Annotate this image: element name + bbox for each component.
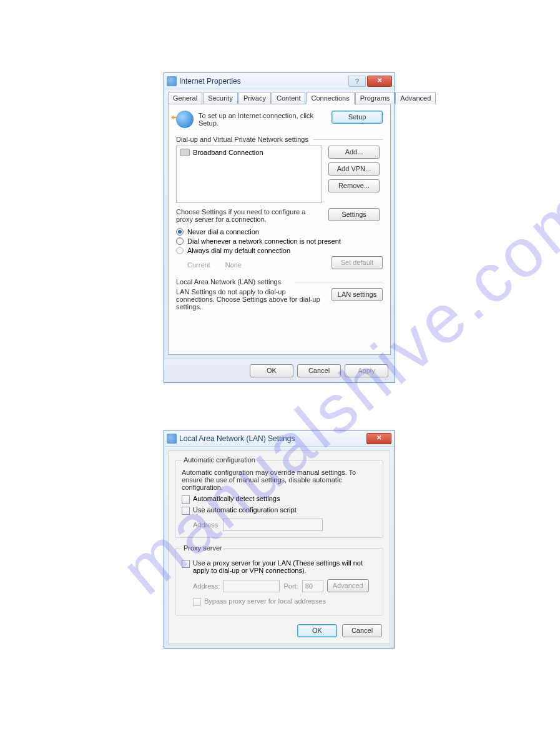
cancel-button[interactable]: Cancel: [342, 624, 382, 637]
internet-icon: [167, 76, 177, 86]
add-vpn-button[interactable]: Add VPN...: [328, 162, 380, 176]
radio-icon: [176, 228, 184, 236]
settings-button[interactable]: Settings: [328, 208, 380, 221]
checkbox-label: Bypass proxy server for local addresses: [204, 597, 326, 605]
internet-icon: [167, 434, 177, 444]
checkbox-use-proxy[interactable]: Use a proxy server for your LAN (These s…: [182, 559, 376, 574]
set-default-button[interactable]: Set default: [332, 256, 383, 269]
group-legend: Proxy server: [182, 544, 224, 552]
tab-strip: General Security Privacy Content Connect…: [164, 89, 395, 104]
cancel-button[interactable]: Cancel: [297, 364, 341, 377]
connection-name: Broadband Connection: [193, 149, 263, 156]
radio-always-dial[interactable]: Always dial my default connection: [176, 247, 383, 254]
ok-button[interactable]: OK: [297, 624, 337, 637]
apply-button[interactable]: Apply: [345, 364, 388, 377]
address-input[interactable]: [223, 519, 323, 531]
radio-icon: [176, 247, 184, 254]
tab-security[interactable]: Security: [203, 92, 238, 104]
window-title: Local Area Network (LAN) Settings: [179, 434, 366, 443]
dialog-footer: OK Cancel Apply: [164, 359, 395, 382]
dialog-footer: OK Cancel: [175, 622, 383, 639]
auto-config-group: Automatic configuration Automatic config…: [175, 456, 383, 538]
radio-dial-whenever[interactable]: Dial whenever a network connection is no…: [176, 237, 383, 245]
globe-icon: [176, 111, 194, 128]
checkbox-icon: [182, 560, 190, 568]
tab-content[interactable]: Content: [272, 92, 306, 104]
radio-label: Dial whenever a network connection is no…: [187, 237, 341, 245]
checkbox-auto-detect[interactable]: Automatically detect settings: [182, 495, 376, 504]
address-label: Address: [193, 521, 218, 529]
titlebar: Internet Properties ? ✕: [164, 73, 395, 89]
lan-settings-button[interactable]: LAN settings: [332, 288, 383, 301]
checkbox-icon: [182, 507, 190, 515]
radio-label: Never dial a connection: [187, 228, 259, 236]
help-button[interactable]: ?: [348, 76, 366, 87]
auto-config-desc: Automatic configuration may override man…: [182, 469, 376, 491]
checkbox-label: Use automatic configuration script: [193, 506, 297, 514]
tab-advanced[interactable]: Advanced: [395, 92, 436, 104]
titlebar: Local Area Network (LAN) Settings ✕: [164, 430, 394, 447]
lan-text: LAN Settings do not apply to dial-up con…: [176, 288, 325, 311]
ok-button[interactable]: OK: [250, 364, 293, 377]
port-input[interactable]: 80: [302, 580, 323, 592]
tab-privacy[interactable]: Privacy: [238, 92, 271, 104]
tab-panel: To set up an Internet connection, click …: [168, 104, 391, 355]
choose-settings-text: Choose Settings if you need to configure…: [176, 208, 322, 223]
radio-never-dial[interactable]: Never dial a connection: [176, 228, 383, 236]
tab-connections[interactable]: Connections: [306, 92, 354, 104]
close-button[interactable]: ✕: [367, 76, 392, 87]
add-button[interactable]: Add...: [328, 146, 380, 159]
checkbox-auto-script[interactable]: Use automatic configuration script: [182, 506, 376, 515]
modem-icon: [180, 149, 190, 156]
group-legend: Automatic configuration: [182, 456, 257, 464]
current-value: None: [225, 261, 242, 269]
dialog-body: Automatic configuration Automatic config…: [168, 450, 390, 644]
dialup-section-label: Dial-up and Virtual Private Network sett…: [176, 136, 383, 143]
lan-settings-dialog: Local Area Network (LAN) Settings ✕ Auto…: [164, 430, 395, 649]
radio-icon: [176, 237, 184, 245]
advanced-button[interactable]: Advanced: [327, 579, 369, 592]
radio-label: Always dial my default connection: [187, 247, 290, 254]
tab-programs[interactable]: Programs: [355, 92, 395, 104]
setup-button[interactable]: Setup: [332, 111, 383, 124]
checkbox-icon: [193, 598, 201, 606]
setup-text: To set up an Internet connection, click …: [199, 111, 327, 127]
list-item[interactable]: Broadband Connection: [179, 148, 320, 157]
checkbox-icon: [182, 495, 190, 504]
checkbox-label: Use a proxy server for your LAN (These s…: [193, 559, 376, 574]
tab-general[interactable]: General: [168, 92, 202, 104]
lan-section-label: Local Area Network (LAN) settings: [176, 278, 383, 286]
proxy-address-label: Address:: [193, 582, 220, 590]
checkbox-label: Automatically detect settings: [193, 495, 280, 502]
remove-button[interactable]: Remove...: [328, 179, 380, 192]
current-label: Current: [187, 261, 210, 269]
window-title: Internet Properties: [179, 77, 348, 86]
checkbox-bypass-local[interactable]: Bypass proxy server for local addresses: [193, 597, 376, 606]
internet-properties-dialog: Internet Properties ? ✕ General Security…: [164, 72, 395, 383]
close-button[interactable]: ✕: [366, 433, 391, 444]
proxy-address-input[interactable]: [224, 580, 280, 592]
connections-listbox[interactable]: Broadband Connection: [176, 146, 322, 203]
proxy-server-group: Proxy server Use a proxy server for your…: [175, 544, 383, 615]
port-label: Port:: [283, 582, 298, 590]
